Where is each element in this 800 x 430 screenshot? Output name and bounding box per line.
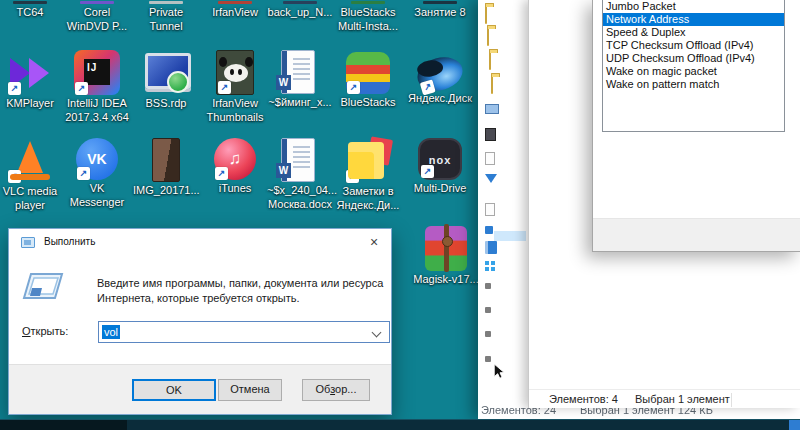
file-dot-icon[interactable] xyxy=(485,283,491,289)
desktop-icon-label: PrivateTunnel xyxy=(133,6,199,32)
run-title: Выполнить xyxy=(44,236,95,247)
chevron-down-icon[interactable] xyxy=(372,328,382,338)
desktop-icon-bluestacks[interactable]: BlueStacksMulti-Insta... xyxy=(335,1,401,32)
desktop-icon-яндекс-диск[interactable]: ↗Яндекс.Диск xyxy=(407,50,473,104)
desktop-icon-tc64[interactable]: TC64 xyxy=(0,1,63,18)
browse-button[interactable]: Обзор... xyxy=(302,379,370,401)
desktop-icon-label: IrfanView xyxy=(202,6,268,18)
desktop-icon-label: Яндекс.Диск xyxy=(407,92,473,104)
file-doc-icon[interactable] xyxy=(485,152,495,165)
desktop-icon-label: Заметки вЯндекс.Ди... xyxy=(335,185,401,211)
property-item-tcp-checksum-offload-ipv4[interactable]: TCP Checksum Offload (IPv4) xyxy=(603,39,784,52)
itunes-icon: ♫↗ xyxy=(214,138,256,180)
run-command-input[interactable]: vol xyxy=(98,321,390,343)
icon-glyph: ♫ xyxy=(214,149,256,169)
desktop-icon-private[interactable]: PrivateTunnel xyxy=(133,1,199,32)
close-icon[interactable]: × xyxy=(357,229,391,255)
bluestacks-icon: ↗ xyxy=(346,52,390,94)
desktop-icon-vlc-media[interactable]: ↗VLC mediaplayer xyxy=(0,138,63,211)
property-item-speed-duplex[interactable]: Speed & Duplex xyxy=(603,26,784,39)
winrar-icon xyxy=(425,226,467,271)
desktop-icon-занятие-8[interactable]: Занятие 8 xyxy=(407,1,473,18)
desktop-icon-label: VLC mediaplayer xyxy=(0,185,63,211)
file-folder-icon[interactable] xyxy=(487,27,489,46)
desktop-icon-label: BlueStacksMulti-Insta... xyxy=(335,6,401,32)
desktop-icon-йминг-х[interactable]: W~$йминг_х... xyxy=(267,50,333,108)
desktop-icon-multi-drive[interactable]: nox↗Multi-Drive xyxy=(407,138,473,194)
desktop-icon-заметки-в[interactable]: ↗Заметки вЯндекс.Ди... xyxy=(335,138,401,211)
run-title-bar[interactable]: Выполнить × xyxy=(9,229,391,255)
desktop-icon-label: ~$йминг_х... xyxy=(267,96,333,108)
icon-glyph: IJ xyxy=(84,59,110,85)
icon-sliver xyxy=(80,1,114,4)
panda-icon: ↗ xyxy=(216,50,254,95)
file-arrow-icon[interactable] xyxy=(485,174,497,183)
shortcut-arrow-icon: ↗ xyxy=(215,167,228,180)
shortcut-arrow-icon: ↗ xyxy=(347,81,360,94)
kmplayer-icon: ↗ xyxy=(7,50,53,95)
worddoc-icon: W xyxy=(281,50,315,94)
icon-glyph: W xyxy=(276,75,291,90)
file-grid-icon[interactable] xyxy=(485,261,489,265)
file-dot-icon[interactable] xyxy=(485,356,491,362)
desktop-icon-intellij-idea[interactable]: IJ↗IntelliJ IDEA2017.3.4 x64 xyxy=(64,50,130,123)
selected-file-highlight[interactable] xyxy=(494,231,526,241)
desktop-icon-vk[interactable]: VK↗VKMessenger xyxy=(64,138,130,208)
file-blue-icon[interactable] xyxy=(485,226,493,234)
file-dot-icon[interactable] xyxy=(485,331,491,337)
cancel-button[interactable]: Отмена xyxy=(218,379,282,401)
file-monitor-icon[interactable] xyxy=(485,104,499,114)
run-message: Введите имя программы, папки, документа … xyxy=(97,276,391,306)
file-folder-icon[interactable] xyxy=(485,5,487,24)
dialog-footer xyxy=(593,218,800,251)
desktop-icon-irfanview[interactable]: IrfanView xyxy=(202,1,268,18)
icon-sliver xyxy=(218,1,252,4)
file-dot-icon[interactable] xyxy=(485,307,491,313)
desktop-icon-label: IntelliJ IDEA2017.3.4 x64 xyxy=(64,97,130,123)
ok-button[interactable]: OK xyxy=(132,379,216,401)
property-item-jumbo-packet[interactable]: Jumbo Packet xyxy=(603,0,784,13)
desktop-icon-label: back_up_N... xyxy=(267,6,333,18)
file-doc-icon[interactable] xyxy=(485,203,495,216)
file-bluebig-icon[interactable] xyxy=(485,241,497,254)
advanced-property-list[interactable]: Jumbo PacketNetwork AddressSpeed & Duple… xyxy=(602,0,785,132)
run-app-icon xyxy=(21,237,35,248)
file-folder-icon[interactable] xyxy=(489,51,491,70)
stickynotes-icon: ↗ xyxy=(345,138,391,183)
desktop-icon-x-240-04[interactable]: W~$x_240_04...Москва.docx xyxy=(267,138,333,210)
vk-icon: VK↗ xyxy=(76,138,118,180)
input-selected-text: vol xyxy=(102,325,120,339)
taskbar-app-button[interactable] xyxy=(789,420,800,430)
icon-sliver xyxy=(149,1,183,4)
desktop-icon-itunes[interactable]: ♫↗iTunes xyxy=(202,138,268,194)
open-label: Открыть: xyxy=(22,325,68,337)
desktop-icon-label: CorelWinDVD P... xyxy=(64,6,130,32)
shortcut-arrow-icon: ↗ xyxy=(8,170,21,183)
file-film-icon[interactable] xyxy=(485,128,496,141)
desktop-icon-kmplayer[interactable]: ↗KMPlayer xyxy=(0,50,63,109)
desktop-icon-label: KMPlayer xyxy=(0,97,63,109)
desktop-icon-back-up-n[interactable]: back_up_N... xyxy=(267,1,333,18)
icon-sliver xyxy=(423,1,457,4)
run-dialog: Выполнить × Введите имя программы, папки… xyxy=(8,228,392,415)
status-selection: Выбран 1 элемент xyxy=(635,393,730,405)
icon-sliver xyxy=(13,1,47,4)
desktop-icon-bluestacks[interactable]: ↗BlueStacks xyxy=(335,50,401,108)
property-item-wake-on-magic-packet[interactable]: Wake on magic packet xyxy=(603,65,784,78)
desktop-icon-corel[interactable]: CorelWinDVD P... xyxy=(64,1,130,32)
file-folder-icon[interactable] xyxy=(491,75,493,94)
desktop-icon-img-20171[interactable]: IMG_20171... xyxy=(133,138,199,196)
desktop-icon-irfanview[interactable]: ↗IrfanViewThumbnails xyxy=(202,50,268,123)
property-item-network-address[interactable]: Network Address xyxy=(603,13,784,26)
status-count: Элементов: 4 xyxy=(549,393,618,405)
run-footer: OK Отмена Обзор... xyxy=(9,364,391,414)
property-item-wake-on-pattern-match[interactable]: Wake on pattern match xyxy=(603,78,784,91)
desktop-icon-label: BSS.rdp xyxy=(133,97,199,109)
status-separator xyxy=(731,393,732,407)
desktop-icon-bss-rdp[interactable]: BSS.rdp xyxy=(133,50,199,109)
property-item-udp-checksum-offload-ipv4[interactable]: UDP Checksum Offload (IPv4) xyxy=(603,52,784,65)
desktop-icon-label: BlueStacks xyxy=(335,96,401,108)
shortcut-arrow-icon: ↗ xyxy=(75,82,88,95)
desktop-icon-magisk-v17[interactable]: Magisk-v17... xyxy=(413,226,479,285)
shortcut-arrow-icon: ↗ xyxy=(421,165,434,178)
